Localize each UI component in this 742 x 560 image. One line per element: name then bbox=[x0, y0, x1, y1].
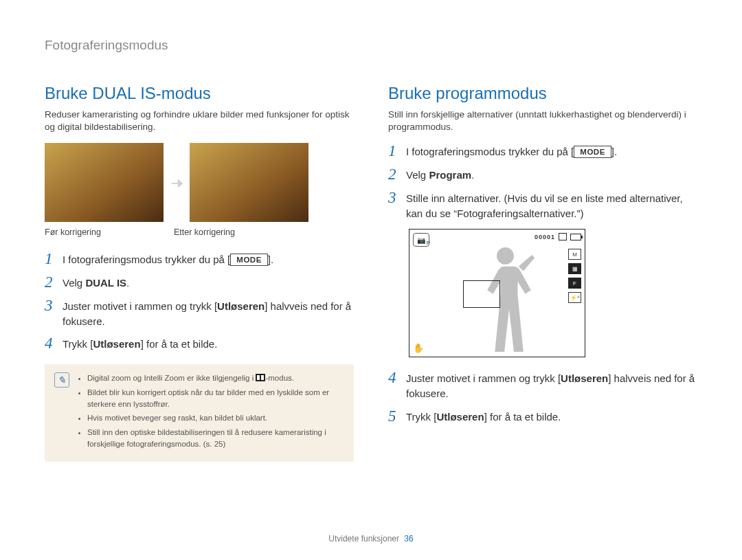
screen-side-icons: M ▦ F ⚡ᴬ bbox=[568, 249, 581, 303]
arrow-icon bbox=[169, 175, 184, 190]
step-number: 5 bbox=[388, 408, 406, 425]
step-pre: Velg bbox=[63, 277, 85, 289]
step-text: Trykk [Utløseren] for å ta et bilde. bbox=[63, 335, 354, 352]
right-intro: Still inn forskjellige alternativer (unn… bbox=[388, 109, 697, 133]
step-pre: Trykk [ bbox=[63, 338, 93, 350]
battery-icon bbox=[570, 234, 581, 240]
right-step-2: 2 Velg Program. bbox=[388, 166, 697, 183]
right-steps-top: 1 I fotograferingsmodus trykker du på [M… bbox=[388, 143, 697, 221]
step-post: ] for å ta et bilde. bbox=[484, 411, 561, 423]
sdcard-icon bbox=[559, 233, 567, 240]
step-text: I fotograferingsmodus trykker du på [MOD… bbox=[406, 143, 697, 159]
step-text: Velg DUAL IS. bbox=[63, 274, 354, 291]
left-step-4: 4 Trykk [Utløseren] for å ta et bilde. bbox=[45, 335, 354, 352]
step-text: I fotograferingsmodus trykker du på [MOD… bbox=[63, 251, 354, 267]
step-post: ]. bbox=[268, 254, 273, 265]
step-text: Trykk [Utløseren] for å ta et bilde. bbox=[406, 408, 697, 425]
svg-rect-2 bbox=[261, 375, 264, 380]
mode-p-icon: 📷P bbox=[413, 233, 429, 247]
grid-icon: ▦ bbox=[568, 263, 581, 274]
step-text: Stille inn alternativer. (Hvis du vil se… bbox=[406, 190, 697, 221]
camera-screen-illustration: 📷P 00001 M ▦ F ⚡ᴬ ✋ bbox=[409, 229, 585, 357]
right-title: Bruke programmodus bbox=[388, 84, 697, 103]
left-intro: Reduser kameraristing og forhindre uklar… bbox=[45, 109, 354, 133]
step-number: 3 bbox=[388, 190, 406, 221]
left-step-3: 3 Juster motivet i rammen og trykk [Utlø… bbox=[45, 298, 354, 329]
dual-is-icon bbox=[256, 374, 265, 381]
step-text: Juster motivet i rammen og trykk [Utløse… bbox=[63, 298, 354, 329]
step-number: 2 bbox=[45, 274, 63, 291]
step-number: 4 bbox=[388, 370, 406, 401]
left-column: Bruke DUAL IS-modus Reduser kameraristin… bbox=[45, 84, 354, 462]
step-bold: Utløseren bbox=[436, 411, 484, 423]
photo-captions: Før korrigering Etter korrigering bbox=[45, 227, 354, 237]
page-footer: Utvidete funksjoner 36 bbox=[0, 534, 742, 544]
note-item: Digital zoom og Intelli Zoom er ikke til… bbox=[87, 372, 344, 384]
step-number: 1 bbox=[45, 251, 63, 267]
step-number: 2 bbox=[388, 166, 406, 183]
step-pre: Juster motivet i rammen og trykk [ bbox=[63, 300, 217, 312]
note-box: ✎ Digital zoom og Intelli Zoom er ikke t… bbox=[45, 364, 354, 462]
section-header: Fotograferingsmodus bbox=[45, 38, 697, 53]
size-m-icon: M bbox=[568, 249, 581, 260]
shot-counter: 00001 bbox=[535, 234, 555, 240]
note-item: Hvis motivet beveger seg raskt, kan bild… bbox=[87, 412, 344, 424]
right-column: Bruke programmodus Still inn forskjellig… bbox=[388, 84, 697, 462]
left-title: Bruke DUAL IS-modus bbox=[45, 84, 354, 103]
step-pre: I fotograferingsmodus trykker du på [ bbox=[63, 254, 230, 265]
left-step-1: 1 I fotograferingsmodus trykker du på [M… bbox=[45, 251, 354, 267]
footer-label: Utvidete funksjoner bbox=[328, 534, 399, 544]
step-bold: Program bbox=[429, 169, 471, 181]
note-item: Still inn den optiske bildestabilisering… bbox=[87, 427, 344, 449]
f-icon: F bbox=[568, 278, 581, 289]
caption-after: Etter korrigering bbox=[174, 227, 293, 237]
step-pre: I fotograferingsmodus trykker du på [ bbox=[406, 146, 574, 157]
mode-chip: MODE bbox=[574, 146, 611, 158]
step-bold: DUAL IS bbox=[85, 277, 126, 289]
step-text: Velg Program. bbox=[406, 166, 697, 183]
note-item: Bildet blir kun korrigert optisk når du … bbox=[87, 387, 344, 410]
step-bold: Utløseren bbox=[561, 372, 608, 384]
mode-chip: MODE bbox=[230, 254, 268, 266]
step-post: . bbox=[471, 169, 474, 181]
step-text: Juster motivet i rammen og trykk [Utløse… bbox=[406, 370, 697, 401]
caption-before: Før korrigering bbox=[45, 227, 164, 237]
step-post: ]. bbox=[611, 146, 617, 157]
photo-after bbox=[190, 143, 308, 222]
note-icon: ✎ bbox=[54, 372, 69, 388]
svg-rect-1 bbox=[257, 375, 260, 380]
stabilizer-icon: ✋ bbox=[413, 343, 424, 353]
before-after-row bbox=[45, 143, 354, 222]
step-number: 1 bbox=[388, 143, 406, 159]
step-post: ] for å ta et bilde. bbox=[141, 338, 218, 350]
right-step-5: 5 Trykk [Utløseren] for å ta et bilde. bbox=[388, 408, 697, 425]
left-steps: 1 I fotograferingsmodus trykker du på [M… bbox=[45, 251, 354, 352]
step-number: 4 bbox=[45, 335, 63, 352]
right-step-3: 3 Stille inn alternativer. (Hvis du vil … bbox=[388, 190, 697, 221]
step-bold: Utløseren bbox=[217, 300, 265, 312]
step-post: . bbox=[126, 277, 129, 289]
note-list: Digital zoom og Intelli Zoom er ikke til… bbox=[78, 372, 344, 452]
page: Fotograferingsmodus Bruke DUAL IS-modus … bbox=[0, 0, 742, 560]
focus-frame bbox=[463, 280, 500, 308]
photo-before bbox=[45, 143, 164, 222]
step-bold: Utløseren bbox=[93, 338, 140, 350]
step-pre: Trykk [ bbox=[406, 411, 436, 423]
left-step-2: 2 Velg DUAL IS. bbox=[45, 274, 354, 291]
right-step-4: 4 Juster motivet i rammen og trykk [Utlø… bbox=[388, 370, 697, 401]
step-pre: Velg bbox=[406, 169, 429, 181]
right-steps-bottom: 4 Juster motivet i rammen og trykk [Utlø… bbox=[388, 370, 697, 424]
right-step-1: 1 I fotograferingsmodus trykker du på [M… bbox=[388, 143, 697, 159]
step-number: 3 bbox=[45, 298, 63, 329]
flash-auto-icon: ⚡ᴬ bbox=[568, 292, 581, 303]
page-number: 36 bbox=[404, 534, 413, 544]
step-pre: Juster motivet i rammen og trykk [ bbox=[406, 372, 561, 384]
screen-top-right: 00001 bbox=[535, 233, 581, 240]
two-column-layout: Bruke DUAL IS-modus Reduser kameraristin… bbox=[45, 84, 697, 462]
